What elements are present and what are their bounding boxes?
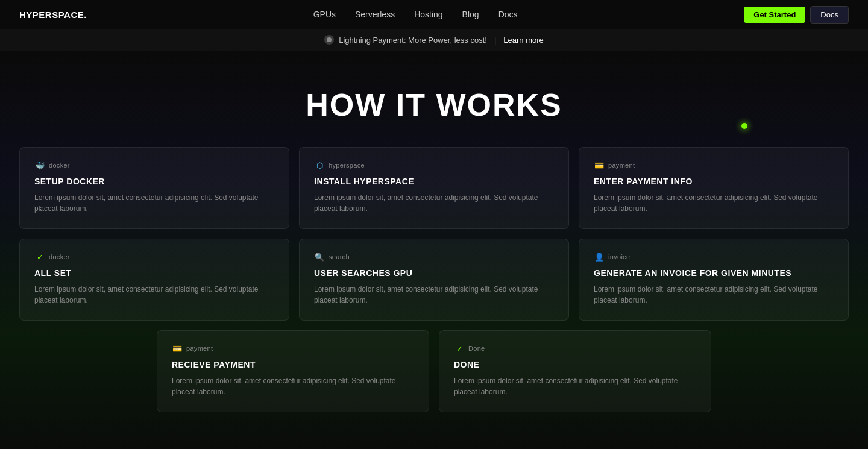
card-tag: 🔍 search <box>314 251 554 262</box>
cards-row-3: 💳 payment RECIEVE PAYMENT Lorem ipsum do… <box>157 330 711 412</box>
card-title: GENERATE AN INVOICE FOR GIVEN MINUTES <box>594 268 834 278</box>
card-tag-label: payment <box>186 345 213 352</box>
card-desc: Lorem ipsum dolor sit, amet consectetur … <box>314 284 554 306</box>
payment-icon: 💳 <box>594 160 605 171</box>
card-title: SETUP DOCKER <box>34 177 274 186</box>
card-desc: Lorem ipsum dolor sit, amet consectetur … <box>34 192 274 214</box>
main-content: HOW IT WORKS 🐳 docker SETUP DOCKER Lorem… <box>0 51 868 449</box>
card-tag: 👤 invoice <box>594 251 834 262</box>
docker-icon: 🐳 <box>34 160 45 171</box>
card-enter-payment-info: 💳 payment ENTER PAYMENT INFO Lorem ipsum… <box>579 147 849 229</box>
card-desc: Lorem ipsum dolor sit, amet consectetur … <box>594 192 834 214</box>
glow-dot <box>741 123 747 129</box>
get-started-button[interactable]: Get Started <box>744 7 805 23</box>
cards-row-2: ✓ docker ALL SET Lorem ipsum dolor sit, … <box>19 239 849 321</box>
card-tag: 💳 payment <box>172 343 414 354</box>
card-setup-docker: 🐳 docker SETUP DOCKER Lorem ipsum dolor … <box>19 147 289 229</box>
nav-actions: Get Started Docs <box>744 6 849 24</box>
card-title: ALL SET <box>34 268 274 278</box>
logo: HYPERSPACE. <box>19 10 87 20</box>
card-desc: Lorem ipsum dolor sit, amet consectetur … <box>34 284 274 306</box>
card-tag-label: search <box>329 253 350 260</box>
card-tag-label: payment <box>608 162 635 169</box>
card-recieve-payment: 💳 payment RECIEVE PAYMENT Lorem ipsum do… <box>157 330 429 412</box>
nav-blog[interactable]: Blog <box>462 10 479 19</box>
search-icon: 🔍 <box>314 251 325 262</box>
card-desc: Lorem ipsum dolor sit, amet consectetur … <box>314 192 554 214</box>
navbar: HYPERSPACE. GPUs Serverless Hosting Blog… <box>0 0 868 29</box>
nav-serverless[interactable]: Serverless <box>355 10 395 19</box>
invoice-icon: 👤 <box>594 251 605 262</box>
nav-links: GPUs Serverless Hosting Blog Docs <box>313 9 518 20</box>
card-tag-label: hyperspace <box>329 162 365 169</box>
card-desc: Lorem ipsum dolor sit, amet consectetur … <box>594 284 834 306</box>
check-icon: ✓ <box>34 251 45 262</box>
announcement-bar: Lightning Payment: More Power, less cost… <box>0 29 868 51</box>
card-all-set: ✓ docker ALL SET Lorem ipsum dolor sit, … <box>19 239 289 321</box>
card-tag-label: docker <box>49 253 70 260</box>
learn-more-link[interactable]: Learn more <box>503 36 543 45</box>
card-tag-label: invoice <box>608 253 630 260</box>
card-install-hyperspace: ⬡ hyperspace INSTALL HYPERSPACE Lorem ip… <box>299 147 569 229</box>
cards-row-1: 🐳 docker SETUP DOCKER Lorem ipsum dolor … <box>19 147 849 229</box>
hyperspace-icon: ⬡ <box>314 160 325 171</box>
section-title: HOW IT WORKS <box>19 87 849 123</box>
card-tag: ✓ docker <box>34 251 274 262</box>
announcement-divider: | <box>494 36 496 45</box>
card-generate-invoice: 👤 invoice GENERATE AN INVOICE FOR GIVEN … <box>579 239 849 321</box>
nav-hosting[interactable]: Hosting <box>414 10 442 19</box>
announcement-text: Lightning Payment: More Power, less cost… <box>339 36 487 45</box>
card-title: RECIEVE PAYMENT <box>172 360 414 369</box>
card-user-searches-gpu: 🔍 search USER SEARCHES GPU Lorem ipsum d… <box>299 239 569 321</box>
payment-icon-2: 💳 <box>172 343 183 354</box>
nav-gpus[interactable]: GPUs <box>313 10 336 19</box>
card-desc: Lorem ipsum dolor sit, amet consectetur … <box>172 375 414 397</box>
card-tag: ✓ Done <box>454 343 696 354</box>
card-tag: 🐳 docker <box>34 160 274 171</box>
card-title: INSTALL HYPERSPACE <box>314 177 554 186</box>
card-tag: 💳 payment <box>594 160 834 171</box>
card-title: ENTER PAYMENT INFO <box>594 177 834 186</box>
card-title: DONE <box>454 360 696 369</box>
card-tag-label: docker <box>49 162 70 169</box>
card-done: ✓ Done DONE Lorem ipsum dolor sit, amet … <box>439 330 711 412</box>
done-icon: ✓ <box>454 343 465 354</box>
card-title: USER SEARCHES GPU <box>314 268 554 278</box>
card-tag: ⬡ hyperspace <box>314 160 554 171</box>
card-tag-label: Done <box>468 345 485 352</box>
card-desc: Lorem ipsum dolor sit, amet consectetur … <box>454 375 696 397</box>
announcement-dot-icon <box>324 35 334 45</box>
nav-docs[interactable]: Docs <box>498 10 518 19</box>
docs-button[interactable]: Docs <box>810 6 849 24</box>
